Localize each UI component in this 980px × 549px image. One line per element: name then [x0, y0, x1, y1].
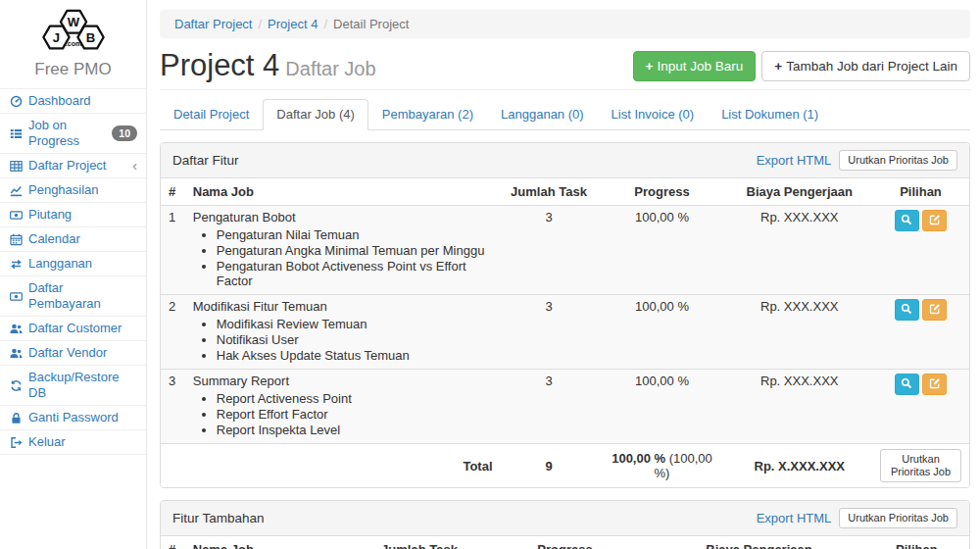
- svg-text:.com: .com: [65, 40, 80, 47]
- brand-name: Free PMO: [0, 60, 146, 79]
- tab-bar: Detail ProjectDaftar Job (4)Pembayaran (…: [160, 99, 970, 130]
- col-number: #: [161, 178, 185, 206]
- edit-job-button[interactable]: [922, 299, 947, 321]
- sidebar-item-ganti-password[interactable]: Ganti Password: [0, 405, 146, 429]
- sidebar-item-label: Keluar: [28, 434, 66, 450]
- money-icon: [9, 209, 23, 222]
- svg-text:J: J: [52, 30, 59, 45]
- job-name: Summary Report: [193, 374, 493, 389]
- header-divider: [160, 89, 970, 90]
- edit-icon: [929, 214, 941, 228]
- progress-value: 100,00 %: [598, 370, 727, 444]
- edit-job-button[interactable]: [922, 210, 947, 231]
- tab-detail-project[interactable]: Detail Project: [160, 99, 263, 130]
- row-number: 1: [161, 206, 185, 295]
- chevron-left-icon: ‹: [132, 160, 137, 172]
- tab-pembayaran-2-[interactable]: Pembayaran (2): [368, 99, 487, 130]
- export-html-link[interactable]: Export HTML: [757, 511, 832, 525]
- total-progress: 100,00 % (100,00 %): [598, 444, 727, 488]
- sidebar-item-daftar-project[interactable]: Daftar Project ‹: [0, 153, 146, 177]
- sidebar-item-daftar-customer[interactable]: Daftar Customer: [0, 316, 146, 340]
- export-html-link[interactable]: Export HTML: [757, 153, 832, 168]
- search-icon: [901, 377, 912, 392]
- page-header: Project 4Daftar Job +Input Job Baru +Tam…: [160, 48, 970, 83]
- urutkan-prioritas-button[interactable]: Urutkan Prioritas Job: [880, 449, 961, 482]
- breadcrumb-item[interactable]: Project 4: [268, 17, 318, 31]
- tab-langganan-0-[interactable]: Langganan (0): [487, 99, 598, 130]
- jwb-logo: W J B .com: [32, 8, 115, 53]
- panel-heading: Fitur Tambahan Export HTML Urutkan Prior…: [161, 501, 969, 536]
- breadcrumb-item[interactable]: Daftar Project: [174, 17, 252, 31]
- subtask-item: Report Inspekta Level: [217, 423, 493, 437]
- total-row: Total 9 100,00 % (100,00 %) Rp. X.XXX.XX…: [161, 444, 969, 488]
- subtask-list: Modifikasi Review TemuanNotifikasi UserH…: [217, 317, 493, 363]
- sidebar-item-penghasilan[interactable]: Penghasilan: [0, 177, 146, 202]
- dashboard-icon: [9, 95, 23, 108]
- main-content: Daftar Project/Project 4/Detail Project …: [148, 0, 980, 549]
- view-job-button[interactable]: [895, 299, 919, 321]
- sidebar-item-label: Dashboard: [28, 93, 91, 109]
- subtask-item: Report Activeness Point: [217, 391, 493, 406]
- jumlah-task-value: 3: [501, 206, 598, 295]
- col-jumlah-task: Jumlah Task: [363, 536, 476, 549]
- edit-icon: [929, 303, 941, 318]
- tab-list-dokumen-1-[interactable]: List Dokumen (1): [708, 99, 832, 130]
- col-biaya: Biaya Pengerjaan: [654, 536, 864, 549]
- sidebar-item-langganan[interactable]: Langganan: [0, 251, 146, 275]
- sidebar-item-job-on-progress[interactable]: Job on Progress 10: [0, 113, 146, 153]
- sidebar-item-keluar[interactable]: Keluar: [0, 429, 146, 455]
- sidebar-item-label: Job on Progress: [28, 118, 106, 149]
- plus-icon: +: [646, 59, 654, 74]
- col-number: #: [161, 536, 185, 549]
- col-biaya: Biaya Pengerjaan: [727, 178, 873, 206]
- sidebar-item-calendar[interactable]: Calendar: [0, 226, 146, 251]
- sidebar-item-piutang[interactable]: Piutang: [0, 202, 146, 226]
- subtask-item: Notifikasi User: [217, 332, 493, 347]
- progress-value: 100,00 %: [598, 206, 727, 295]
- panel-fitur-tambahan: Fitur Tambahan Export HTML Urutkan Prior…: [160, 500, 970, 549]
- svg-text:B: B: [85, 30, 94, 45]
- subtask-item: Modifikasi Review Temuan: [217, 317, 493, 331]
- row-number: 2: [161, 295, 185, 370]
- jumlah-task-value: 3: [501, 370, 598, 444]
- col-progress: Progress: [598, 178, 727, 206]
- tab-list-invoice-0-[interactable]: List Invoice (0): [598, 99, 709, 130]
- tab-daftar-job-4-[interactable]: Daftar Job (4): [263, 99, 368, 130]
- breadcrumb-item: Detail Project: [333, 17, 409, 31]
- biaya-value: Rp. XXX.XXX: [727, 206, 873, 295]
- col-pilihan: Pilihan: [864, 536, 969, 549]
- sidebar-item-label: Calendar: [28, 231, 80, 247]
- sidebar-item-label: Backup/Restore DB: [28, 370, 137, 401]
- subtask-item: Report Effort Factor: [217, 407, 493, 422]
- view-job-button[interactable]: [895, 210, 919, 231]
- input-job-baru-button[interactable]: +Input Job Baru: [633, 51, 757, 81]
- col-pilihan: Pilihan: [872, 178, 969, 206]
- view-job-button[interactable]: [895, 374, 919, 395]
- sidebar-item-dashboard[interactable]: Dashboard: [0, 88, 146, 113]
- lock-icon: [9, 412, 23, 424]
- tambah-job-button[interactable]: +Tambah Job dari Project Lain: [761, 51, 970, 81]
- urutkan-prioritas-button[interactable]: Urutkan Prioritas Job: [839, 150, 957, 171]
- table-header-row: # Nama Job Jumlah Task Progress Biaya Pe…: [161, 536, 969, 549]
- urutkan-prioritas-button[interactable]: Urutkan Prioritas Job: [839, 508, 957, 528]
- sidebar-item-label: Langganan: [28, 256, 92, 272]
- subtask-item: Pengaturan Nilai Temuan: [217, 227, 493, 242]
- page-title: Project 4: [160, 48, 279, 82]
- col-nama-job: Nama Job: [185, 178, 501, 206]
- sidebar-item-daftar-vendor[interactable]: Daftar Vendor: [0, 340, 146, 365]
- edit-job-button[interactable]: [922, 374, 947, 395]
- sidebar-menu: Dashboard Job on Progress 10 Daftar Proj…: [0, 88, 146, 455]
- calendar-icon: [9, 233, 23, 246]
- count-badge: 10: [112, 125, 137, 141]
- job-name: Pengaturan Bobot: [193, 210, 493, 225]
- sidebar-item-label: Daftar Project: [28, 158, 106, 174]
- sidebar-item-daftar-pembayaran[interactable]: Daftar Pembayaran: [0, 275, 146, 316]
- sign-out-icon: [9, 436, 23, 449]
- line-chart-icon: [9, 184, 23, 197]
- sidebar-item-backup-restore-db[interactable]: Backup/Restore DB: [0, 365, 146, 405]
- progress-value: 100,00 %: [598, 295, 727, 370]
- plus-icon: +: [774, 59, 782, 74]
- biaya-value: Rp. XXX.XXX: [727, 370, 873, 444]
- subtask-list: Report Activeness PointReport Effort Fac…: [217, 391, 493, 437]
- job-name: Modifikasi Fitur Temuan: [193, 299, 493, 315]
